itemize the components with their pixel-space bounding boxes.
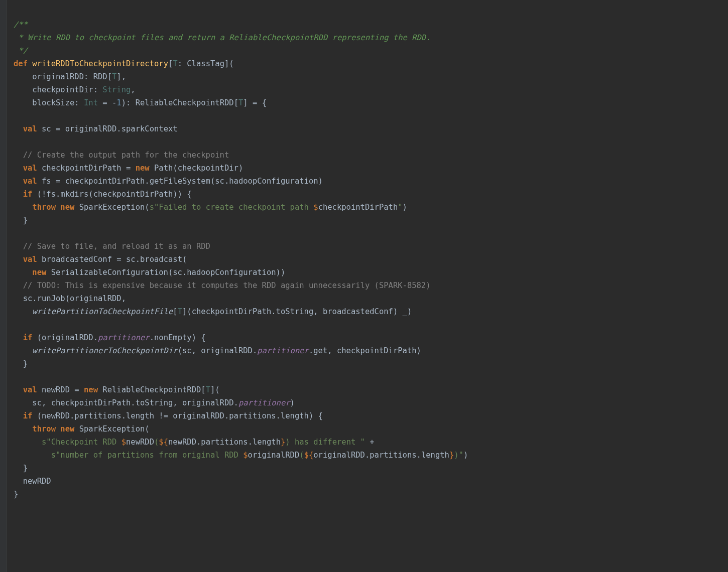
type-param: T bbox=[238, 98, 243, 107]
interp-expr: newRDD.partitions.length bbox=[168, 438, 281, 447]
args: (sc, originalRDD. bbox=[178, 346, 258, 355]
doc-comment-open: /** bbox=[14, 20, 28, 29]
field: partitioner bbox=[98, 333, 150, 342]
eq: = bbox=[98, 98, 112, 107]
new-keyword: new bbox=[32, 268, 46, 277]
param-line: checkpointDir: bbox=[14, 85, 102, 94]
bracket: [ bbox=[173, 307, 177, 316]
cond: (newRDD.partitions.length != originalRDD… bbox=[32, 411, 323, 420]
throw-keyword: throw bbox=[32, 203, 56, 212]
class: SparkException( bbox=[74, 203, 149, 212]
method-name: writeRDDToCheckpointDirectory bbox=[32, 59, 168, 68]
throw-keyword: throw bbox=[32, 424, 56, 434]
if-keyword: if bbox=[23, 411, 33, 420]
doc-comment-close: */ bbox=[14, 46, 28, 55]
cond: (originalRDD. bbox=[32, 333, 98, 342]
args: ) bbox=[290, 398, 295, 407]
string: s"number of partitions from original RDD bbox=[51, 451, 244, 460]
string: ( bbox=[299, 451, 304, 460]
interp-open: ${ bbox=[159, 438, 168, 447]
stmt: newRDD = bbox=[37, 385, 84, 394]
type-name: Int bbox=[84, 98, 98, 107]
interp-close: } bbox=[449, 451, 454, 460]
stmt: SerializableConfiguration(sc.hadoopConfi… bbox=[46, 268, 285, 277]
stmt: ReliableCheckpointRDD[ bbox=[98, 385, 206, 394]
neg: - bbox=[112, 98, 116, 107]
type-param: T bbox=[173, 59, 177, 68]
args: sc, checkpointDirPath.toString, original… bbox=[23, 398, 238, 407]
new-keyword: new bbox=[60, 424, 74, 434]
val-keyword: val bbox=[23, 385, 37, 394]
method-call: writePartitionToCheckpointFile bbox=[32, 307, 173, 316]
string: ) has different " bbox=[285, 438, 365, 447]
paren: ) bbox=[403, 203, 407, 212]
type-param: T bbox=[206, 385, 210, 394]
interp-var: originalRDD bbox=[248, 451, 300, 460]
comment: // Save to file, and reload it as an RDD bbox=[23, 242, 210, 251]
string: " bbox=[398, 203, 402, 212]
gutter bbox=[0, 0, 7, 572]
param-line: , bbox=[131, 85, 135, 94]
sig-rest: : ClassTag]( bbox=[178, 59, 234, 68]
interp-dollar: $ bbox=[243, 451, 248, 460]
field: partitioner bbox=[238, 398, 290, 407]
string: s"Failed to create checkpoint path bbox=[150, 203, 314, 212]
interp-open: ${ bbox=[304, 451, 314, 460]
string: ( bbox=[154, 438, 159, 447]
sp bbox=[56, 203, 60, 212]
class: SparkException( bbox=[74, 424, 149, 434]
field: partitioner bbox=[257, 346, 309, 355]
brace: } bbox=[14, 490, 18, 499]
interp-expr: originalRDD.partitions.length bbox=[313, 451, 449, 460]
code-editor[interactable]: /** * Write RDD to checkpoint files and … bbox=[0, 0, 728, 572]
interp-dollar: $ bbox=[313, 203, 318, 212]
sp bbox=[56, 424, 60, 434]
method-call: writePartitionerToCheckpointDir bbox=[32, 346, 177, 355]
if-keyword: if bbox=[23, 190, 33, 199]
stmt: checkpointDirPath = bbox=[37, 164, 136, 173]
interp-dollar: $ bbox=[122, 438, 126, 447]
type-param: T bbox=[178, 307, 182, 316]
val-keyword: val bbox=[23, 177, 37, 186]
type-name: String bbox=[102, 85, 131, 94]
args: ](checkpointDirPath.toString, broadcaste… bbox=[182, 307, 412, 316]
val-keyword: val bbox=[23, 164, 37, 173]
val-keyword: val bbox=[23, 124, 37, 133]
stmt: broadcastedConf = sc.broadcast( bbox=[37, 255, 187, 264]
if-keyword: if bbox=[23, 333, 33, 342]
brace: } bbox=[23, 359, 28, 368]
cond: .nonEmpty) { bbox=[150, 333, 206, 342]
def-keyword: def bbox=[14, 59, 28, 68]
interp-var: checkpointDirPath bbox=[318, 203, 398, 212]
comment: // Create the output path for the checkp… bbox=[23, 151, 229, 160]
new-keyword: new bbox=[136, 164, 150, 173]
stmt: fs = checkpointDirPath.getFileSystem(sc.… bbox=[37, 177, 323, 186]
bracket: [ bbox=[168, 59, 173, 68]
number: 1 bbox=[116, 98, 121, 107]
cond: (!fs.mkdirs(checkpointDirPath)) { bbox=[32, 190, 191, 199]
comment-todo: // TODO: This is expensive because it co… bbox=[23, 281, 431, 290]
string: s"Checkpoint RDD bbox=[42, 438, 122, 447]
param-line: ] = { bbox=[243, 98, 267, 107]
doc-comment-line: * Write RDD to checkpoint files and retu… bbox=[14, 33, 431, 42]
paren: ) bbox=[463, 451, 468, 460]
param-line: blockSize: bbox=[14, 98, 84, 107]
param-line: originalRDD: RDD[ bbox=[14, 72, 112, 81]
type-param: T bbox=[112, 72, 116, 81]
string: )" bbox=[454, 451, 463, 460]
return-expr: newRDD bbox=[23, 477, 51, 486]
stmt: ]( bbox=[210, 385, 220, 394]
val-keyword: val bbox=[23, 255, 37, 264]
param-line: ): ReliableCheckpointRDD[ bbox=[122, 98, 238, 107]
plus: + bbox=[365, 438, 375, 447]
interp-close: } bbox=[281, 438, 285, 447]
new-keyword: new bbox=[60, 203, 74, 212]
new-keyword: new bbox=[84, 385, 98, 394]
stmt: sc = originalRDD.sparkContext bbox=[37, 124, 178, 133]
interp-var: newRDD bbox=[126, 438, 154, 447]
brace: } bbox=[23, 464, 28, 473]
stmt: Path(checkpointDir) bbox=[150, 164, 244, 173]
brace: } bbox=[23, 216, 28, 225]
param-line: ], bbox=[116, 72, 126, 81]
code-area[interactable]: /** * Write RDD to checkpoint files and … bbox=[7, 0, 468, 572]
